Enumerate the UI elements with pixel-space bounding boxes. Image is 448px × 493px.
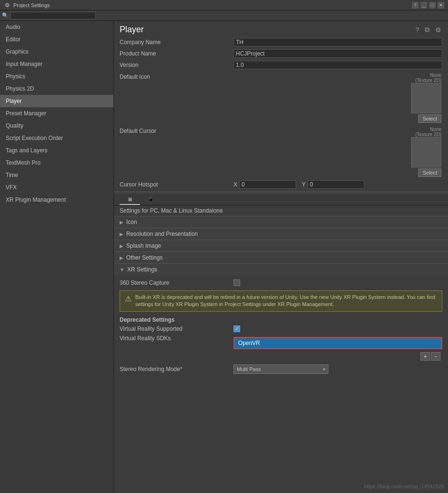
sidebar-item-textmesh-pro[interactable]: TextMesh Pro [0, 157, 113, 169]
main-layout: Audio Editor Graphics Input Manager Phys… [0, 21, 448, 493]
section-other-title: Other Settings [126, 254, 163, 261]
xr-stereo-mode-label: Stereo Rendering Mode* [120, 366, 233, 372]
section-other-header[interactable]: ▶ Other Settings [114, 252, 448, 263]
platform-tabs: 🖥 📱 [114, 193, 448, 205]
default-icon-label: Default Icon [120, 73, 233, 123]
default-icon-none-label: None [430, 73, 441, 78]
sidebar-item-xr-plugin-management[interactable]: XR Plugin Management [0, 194, 113, 206]
sidebar-item-graphics[interactable]: Graphics [0, 46, 113, 58]
default-cursor-none-label: None [430, 127, 441, 132]
content-area: Player ? ⧉ ⚙ Company Name Product Name V… [114, 21, 448, 493]
section-other: ▶ Other Settings [114, 251, 448, 263]
default-icon-section: Default Icon None (Texture 2D) Select [114, 71, 448, 125]
sdk-add-button[interactable]: + [420, 352, 430, 361]
section-splash: ▶ Splash Image [114, 240, 448, 251]
xr-stereo-360-label: 360 Stereo Capture [120, 279, 233, 286]
section-xr: ▼ XR Settings 360 Stereo Capture ⚠ Built… [114, 263, 448, 378]
settings-icon-button[interactable]: ⚙ [434, 25, 442, 35]
sidebar-item-physics-2d[interactable]: Physics 2D [0, 83, 113, 95]
sidebar-item-script-execution-order[interactable]: Script Execution Order [0, 132, 113, 144]
tab-pc[interactable]: 🖥 [120, 194, 140, 205]
xr-vr-sdks-row: Virtual Reality SDKs OpenVR + - [120, 334, 442, 363]
xr-vr-sdks-label: Virtual Reality SDKs [120, 335, 233, 342]
search-input[interactable] [10, 12, 96, 19]
default-cursor-box [411, 137, 441, 167]
title-bar-icon: ⚙ [4, 2, 10, 9]
hotspot-y-input[interactable] [308, 180, 364, 189]
hotspot-inputs: X Y [233, 180, 364, 189]
sdk-list-controls: + - [233, 351, 442, 362]
sdk-remove-button[interactable]: - [431, 352, 440, 361]
pc-icon: 🖥 [127, 196, 132, 202]
minimize-button[interactable]: _ [420, 2, 427, 9]
sidebar-item-physics[interactable]: Physics [0, 70, 113, 83]
platform-settings-label: Settings for PC, Mac & Linux Standalone [114, 205, 448, 216]
help-button[interactable]: ? [412, 2, 419, 9]
company-name-label: Company Name [120, 39, 233, 46]
product-name-input[interactable] [233, 49, 442, 58]
product-name-row: Product Name [114, 48, 448, 59]
close-button[interactable]: ✕ [438, 2, 444, 9]
company-name-input[interactable] [233, 38, 442, 47]
help-icon-button[interactable]: ? [414, 25, 420, 35]
sidebar-item-vfx[interactable]: VFX [0, 181, 113, 194]
section-icon: ▶ Icon [114, 216, 448, 228]
hotspot-x-axis: X [233, 181, 237, 188]
sdk-openvr-label: OpenVR [238, 340, 260, 346]
section-resolution: ▶ Resolution and Presentation [114, 228, 448, 240]
divider-1 [114, 191, 448, 192]
section-xr-header[interactable]: ▼ XR Settings [114, 264, 448, 275]
section-other-arrow: ▶ [120, 255, 123, 260]
sidebar-item-audio[interactable]: Audio [0, 21, 113, 33]
section-xr-title: XR Settings [127, 266, 157, 273]
content-header: Player ? ⧉ ⚙ [114, 21, 448, 37]
cursor-hotspot-row: Cursor Hotspot X Y [114, 179, 448, 190]
xr-vr-supported-label: Virtual Reality Supported [120, 326, 233, 332]
version-row: Version [114, 59, 448, 71]
default-cursor-select-button[interactable]: Select [418, 168, 441, 177]
default-cursor-label: Default Cursor [120, 127, 233, 177]
sidebar-item-editor[interactable]: Editor [0, 33, 113, 46]
hotspot-y-axis: Y [302, 181, 306, 188]
layout-icon-button[interactable]: ⧉ [424, 25, 430, 35]
hotspot-x-input[interactable] [239, 180, 296, 189]
section-splash-title: Splash Image [126, 242, 161, 249]
xr-stereo-360-checkbox[interactable] [233, 279, 240, 286]
header-icons: ? ⧉ ⚙ [414, 25, 442, 35]
sidebar-item-time[interactable]: Time [0, 169, 113, 181]
default-icon-texture-label: (Texture 2D) [415, 78, 441, 83]
default-icon-preview-area: None (Texture 2D) Select [233, 73, 442, 123]
sdk-list-item-openvr[interactable]: OpenVR [234, 338, 441, 348]
android-icon: 📱 [148, 196, 154, 202]
sidebar-item-quality[interactable]: Quality [0, 120, 113, 132]
version-input[interactable] [233, 61, 442, 69]
hotspot-x-group: X [233, 180, 296, 189]
section-icon-header[interactable]: ▶ Icon [114, 216, 448, 228]
section-resolution-header[interactable]: ▶ Resolution and Presentation [114, 228, 448, 240]
xr-vr-supported-checkbox[interactable]: ✓ [233, 326, 240, 332]
sidebar-item-input-manager[interactable]: Input Manager [0, 58, 113, 70]
section-icon-arrow: ▶ [120, 220, 123, 225]
stereo-mode-select[interactable]: Multi Pass Single Pass Single Pass Insta… [233, 364, 328, 374]
xr-content: 360 Stereo Capture ⚠ Built-in XR is depr… [114, 275, 448, 378]
sidebar: Audio Editor Graphics Input Manager Phys… [0, 21, 114, 493]
deprecated-settings-label: Deprecated Settings [120, 315, 442, 324]
watermark: https://blog.csdn.net/qq_14942529 [364, 484, 444, 489]
section-splash-header[interactable]: ▶ Splash Image [114, 240, 448, 251]
section-resolution-arrow: ▶ [120, 232, 123, 237]
maximize-button[interactable]: □ [429, 2, 436, 9]
tab-android[interactable]: 📱 [140, 194, 162, 205]
xr-stereo-360-row: 360 Stereo Capture [120, 278, 442, 288]
sdk-list: OpenVR [233, 337, 442, 349]
sidebar-item-player[interactable]: Player [0, 95, 113, 107]
section-icon-title: Icon [126, 219, 137, 225]
sidebar-item-preset-manager[interactable]: Preset Manager [0, 107, 113, 120]
default-icon-select-button[interactable]: Select [418, 114, 441, 123]
cursor-hotspot-label: Cursor Hotspot [120, 181, 233, 188]
sidebar-item-tags-and-layers[interactable]: Tags and Layers [0, 144, 113, 157]
xr-warning-text: Built-in XR is deprecated and will be re… [135, 294, 437, 308]
search-icon: 🔍 [2, 12, 9, 19]
company-name-row: Company Name [114, 37, 448, 48]
xr-stereo-mode-row: Stereo Rendering Mode* Multi Pass Single… [120, 363, 442, 375]
version-label: Version [120, 62, 233, 68]
